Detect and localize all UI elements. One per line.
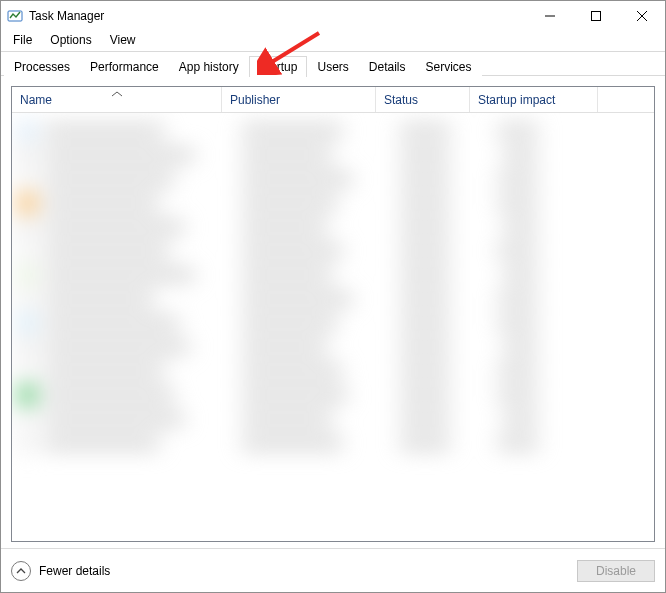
chevron-up-circle-icon — [11, 561, 31, 581]
column-header-publisher-label: Publisher — [230, 93, 280, 107]
task-manager-window: Task Manager File Options View Processes — [0, 0, 666, 593]
titlebar: Task Manager — [1, 1, 665, 31]
blurred-rows — [12, 113, 654, 541]
column-header-status-label: Status — [384, 93, 418, 107]
minimize-button[interactable] — [527, 1, 573, 31]
menu-options[interactable]: Options — [42, 32, 99, 48]
tab-details[interactable]: Details — [359, 56, 416, 77]
disable-button: Disable — [577, 560, 655, 582]
disable-button-label: Disable — [596, 564, 636, 578]
content-area: Name Publisher Status Startup impact — [1, 76, 665, 548]
fewer-details-button[interactable]: Fewer details — [11, 561, 110, 581]
tab-performance[interactable]: Performance — [80, 56, 169, 77]
window-title: Task Manager — [29, 9, 104, 23]
column-header-startup-impact-label: Startup impact — [478, 93, 555, 107]
tabstrip: Processes Performance App history Startu… — [1, 51, 665, 76]
svg-rect-3 — [592, 12, 601, 21]
tab-users[interactable]: Users — [307, 56, 358, 77]
column-header-status[interactable]: Status — [376, 87, 470, 112]
tab-startup[interactable]: Startup — [249, 56, 308, 77]
column-header-name[interactable]: Name — [12, 87, 222, 112]
menu-view[interactable]: View — [102, 32, 144, 48]
list-body — [12, 113, 654, 541]
footer: Fewer details Disable — [1, 548, 665, 592]
close-button[interactable] — [619, 1, 665, 31]
tab-services[interactable]: Services — [416, 56, 482, 77]
task-manager-icon — [7, 8, 23, 24]
startup-listview[interactable]: Name Publisher Status Startup impact — [11, 86, 655, 542]
column-header-spacer — [598, 87, 654, 112]
column-headers: Name Publisher Status Startup impact — [12, 87, 654, 113]
sort-indicator-icon — [111, 86, 123, 100]
column-header-name-label: Name — [20, 93, 52, 107]
tab-processes[interactable]: Processes — [4, 56, 80, 77]
maximize-button[interactable] — [573, 1, 619, 31]
column-header-publisher[interactable]: Publisher — [222, 87, 376, 112]
window-controls — [527, 1, 665, 31]
column-header-startup-impact[interactable]: Startup impact — [470, 87, 598, 112]
menu-file[interactable]: File — [5, 32, 40, 48]
fewer-details-label: Fewer details — [39, 564, 110, 578]
menubar: File Options View — [1, 31, 665, 51]
tab-app-history[interactable]: App history — [169, 56, 249, 77]
